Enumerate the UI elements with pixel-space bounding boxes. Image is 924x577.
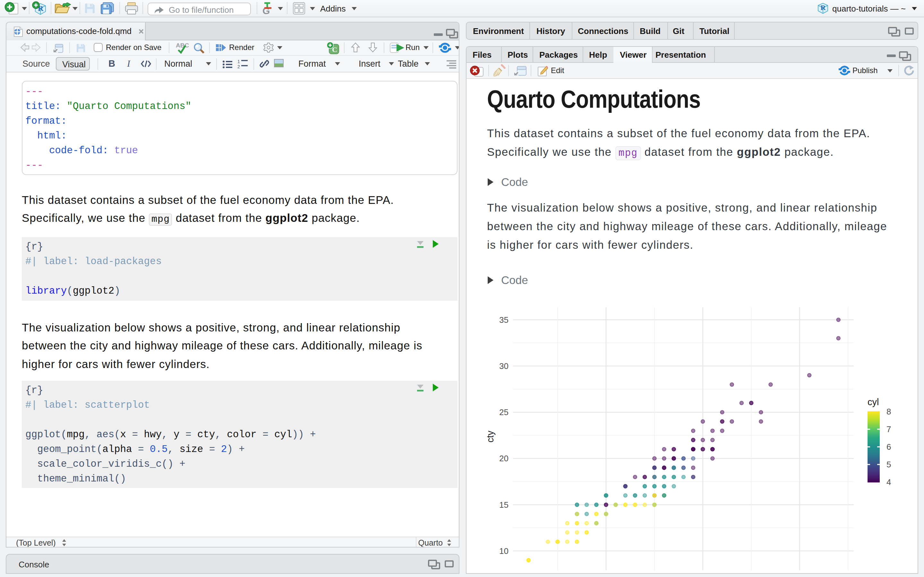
svg-text:1: 1 xyxy=(237,59,240,64)
svg-text:cty: cty xyxy=(485,430,495,443)
svg-text:G: G xyxy=(262,5,270,15)
svg-text:R: R xyxy=(821,3,826,11)
svg-text:6: 6 xyxy=(887,442,891,452)
svg-text:15: 15 xyxy=(499,500,509,510)
svg-text:10: 10 xyxy=(499,546,509,556)
svg-text:ABC: ABC xyxy=(176,42,189,48)
svg-text:8: 8 xyxy=(887,407,891,416)
svg-text:4: 4 xyxy=(887,477,891,487)
svg-text:35: 35 xyxy=(499,315,509,325)
svg-text:2: 2 xyxy=(237,64,240,69)
svg-text:7: 7 xyxy=(887,424,891,434)
svg-text:cyl: cyl xyxy=(867,397,879,407)
svg-text:25: 25 xyxy=(499,408,509,417)
svg-text:20: 20 xyxy=(499,454,509,463)
svg-text:5: 5 xyxy=(887,460,891,469)
svg-text:30: 30 xyxy=(499,361,509,371)
